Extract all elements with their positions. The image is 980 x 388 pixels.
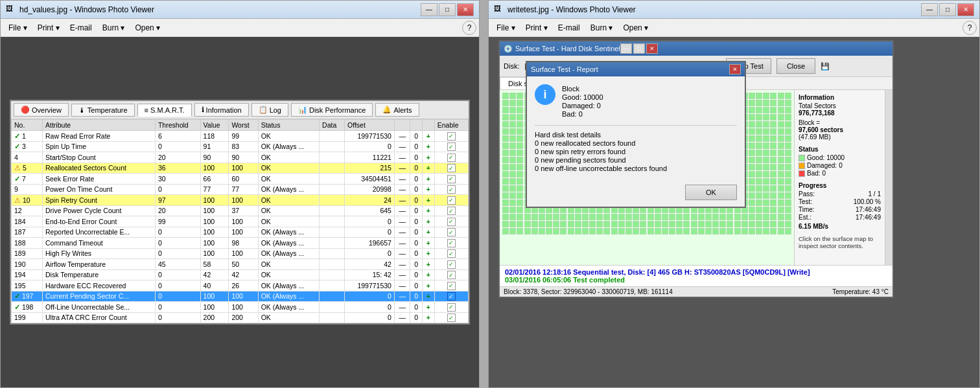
grid-cell[interactable]: [582, 228, 589, 234]
menu-burn[interactable]: Burn ▾: [97, 21, 130, 35]
table-row[interactable]: 12 Drive Power Cycle Count 20 100 37 OK …: [12, 205, 469, 216]
grid-cell[interactable]: [749, 128, 755, 135]
grid-cell[interactable]: [763, 192, 769, 199]
cell-plus[interactable]: +: [422, 205, 434, 216]
grid-cell[interactable]: [756, 128, 762, 135]
cell-plus[interactable]: +: [422, 174, 434, 185]
grid-cell[interactable]: [719, 228, 726, 234]
grid-cell[interactable]: [683, 228, 690, 234]
grid-cell[interactable]: [749, 200, 755, 206]
grid-cell[interactable]: [633, 214, 639, 220]
grid-cell[interactable]: [676, 221, 682, 227]
grid-cell[interactable]: [509, 192, 516, 199]
grid-cell[interactable]: [502, 164, 509, 170]
grid-cell[interactable]: [705, 228, 712, 234]
enable-checkbox[interactable]: [447, 175, 456, 183]
grid-cell[interactable]: [785, 164, 791, 170]
table-row[interactable]: ✓ 3 Spin Up Time 0 91 83 OK (Always ... …: [12, 141, 469, 152]
grid-cell[interactable]: [603, 228, 610, 234]
table-row[interactable]: 4 Start/Stop Count 20 90 90 OK 11221 — 0…: [12, 152, 469, 163]
table-row[interactable]: 188 Command Timeout 0 100 98 OK (Always …: [12, 238, 469, 249]
grid-cell[interactable]: [763, 150, 769, 156]
grid-cell[interactable]: [502, 143, 509, 149]
grid-cell[interactable]: [785, 171, 791, 177]
grid-cell[interactable]: [785, 221, 791, 227]
grid-cell[interactable]: [778, 192, 784, 199]
report-ok-button[interactable]: OK: [685, 185, 737, 200]
grid-cell[interactable]: [756, 100, 762, 106]
grid-cell[interactable]: [509, 135, 516, 142]
grid-cell[interactable]: [778, 93, 784, 99]
table-row[interactable]: 187 Reported Uncorrectable E... 0 100 10…: [12, 227, 469, 238]
grid-cell[interactable]: [785, 214, 791, 220]
table-row[interactable]: 199 Ultra ATA CRC Error Count 0 200 200 …: [12, 312, 469, 323]
cell-plus[interactable]: +: [422, 269, 434, 280]
grid-cell[interactable]: [517, 143, 523, 149]
grid-cell[interactable]: [770, 121, 776, 128]
grid-cell[interactable]: [655, 228, 661, 234]
cell-enable[interactable]: [434, 302, 468, 313]
left-maximize-button[interactable]: □: [439, 3, 456, 16]
cell-enable[interactable]: [434, 291, 468, 302]
grid-cell[interactable]: [756, 107, 762, 113]
grid-cell[interactable]: [676, 214, 682, 220]
grid-cell[interactable]: [778, 207, 784, 213]
grid-cell[interactable]: [770, 207, 776, 213]
grid-cell[interactable]: [749, 192, 755, 199]
table-row[interactable]: ✓ 1 Raw Read Error Rate 6 118 99 OK 1997…: [12, 131, 469, 142]
enable-checkbox[interactable]: [447, 218, 456, 226]
grid-cell[interactable]: [749, 114, 755, 120]
grid-cell[interactable]: [553, 228, 559, 234]
grid-cell[interactable]: [560, 214, 566, 220]
grid-cell[interactable]: [756, 114, 762, 120]
menu-print[interactable]: Print ▾: [32, 21, 65, 35]
grid-cell[interactable]: [785, 114, 791, 120]
grid-cell[interactable]: [596, 214, 603, 220]
surface-scrollbar[interactable]: [885, 90, 892, 265]
grid-cell[interactable]: [560, 221, 566, 227]
surface-maximize-button[interactable]: □: [633, 43, 645, 54]
grid-cell[interactable]: [517, 192, 523, 199]
grid-cell[interactable]: [763, 107, 769, 113]
enable-checkbox[interactable]: [447, 303, 456, 312]
grid-cell[interactable]: [770, 128, 776, 135]
grid-cell[interactable]: [640, 228, 646, 234]
grid-cell[interactable]: [502, 221, 509, 227]
enable-checkbox[interactable]: [447, 260, 456, 269]
grid-cell[interactable]: [719, 214, 726, 220]
grid-cell[interactable]: [727, 214, 733, 220]
grid-cell[interactable]: [517, 157, 523, 163]
grid-cell[interactable]: [509, 164, 516, 170]
grid-cell[interactable]: [517, 228, 523, 234]
grid-cell[interactable]: [785, 93, 791, 99]
grid-cell[interactable]: [712, 221, 719, 227]
cell-plus[interactable]: +: [422, 280, 434, 291]
cell-plus[interactable]: +: [422, 238, 434, 249]
grid-cell[interactable]: [770, 171, 776, 177]
grid-cell[interactable]: [778, 135, 784, 142]
grid-cell[interactable]: [763, 221, 769, 227]
grid-cell[interactable]: [517, 128, 523, 135]
cell-plus[interactable]: +: [422, 291, 434, 302]
cell-enable[interactable]: [434, 205, 468, 216]
grid-cell[interactable]: [734, 228, 741, 234]
grid-cell[interactable]: [691, 221, 697, 227]
enable-checkbox[interactable]: [447, 314, 456, 322]
grid-cell[interactable]: [763, 171, 769, 177]
grid-cell[interactable]: [770, 107, 776, 113]
grid-cell[interactable]: [509, 200, 516, 206]
grid-cell[interactable]: [625, 228, 632, 234]
grid-cell[interactable]: [655, 221, 661, 227]
grid-cell[interactable]: [502, 228, 509, 234]
table-row[interactable]: ✓ 7 Seek Error Rate 30 66 60 OK 34504451…: [12, 174, 469, 185]
grid-cell[interactable]: [778, 121, 784, 128]
grid-cell[interactable]: [568, 214, 574, 220]
grid-cell[interactable]: [785, 200, 791, 206]
grid-cell[interactable]: [763, 164, 769, 170]
grid-cell[interactable]: [778, 164, 784, 170]
cell-plus[interactable]: +: [422, 195, 434, 206]
grid-cell[interactable]: [517, 214, 523, 220]
grid-cell[interactable]: [589, 228, 596, 234]
grid-cell[interactable]: [502, 93, 509, 99]
grid-cell[interactable]: [524, 214, 531, 220]
